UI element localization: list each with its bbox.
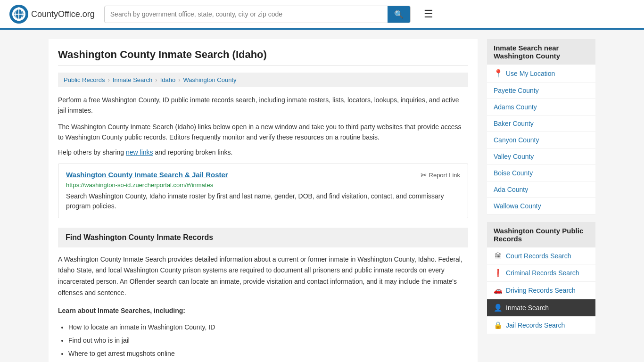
learn-title: Learn about Inmate Searches, including: bbox=[58, 305, 468, 317]
resource-title-link[interactable]: Washington County Inmate Search & Jail R… bbox=[66, 171, 228, 179]
bullet-item: How to locate an inmate in Washington Co… bbox=[68, 321, 468, 334]
bullet-item: How to call, visit, and send money to in… bbox=[68, 360, 468, 362]
logo-icon bbox=[9, 5, 28, 24]
sidebar-public-records-link[interactable]: 🚗Driving Records Search bbox=[487, 282, 595, 299]
logo-text: CountyOffice.org bbox=[31, 9, 95, 19]
report-link-button[interactable]: ✂ Report Link bbox=[421, 171, 460, 180]
new-links-link[interactable]: new links bbox=[126, 148, 153, 156]
sidebar-link-label: Jail Records Search bbox=[506, 321, 565, 329]
sidebar-nearby-county[interactable]: Adams County bbox=[487, 99, 595, 115]
sidebar-public-records-link[interactable]: ❗Criminal Records Search bbox=[487, 264, 595, 282]
logo-suffix: .org bbox=[80, 9, 95, 19]
find-records-paragraph: A Washington County Inmate Search provid… bbox=[58, 254, 468, 299]
sidebar-nearby-county[interactable]: Boise County bbox=[487, 165, 595, 181]
intro-paragraph-1: Perform a free Washington County, ID pub… bbox=[58, 95, 468, 116]
sharing-line: Help others by sharing new links and rep… bbox=[58, 148, 468, 156]
sidebar-link-icon: 🏛 bbox=[494, 252, 502, 260]
sidebar-link-label: Inmate Search bbox=[506, 304, 549, 312]
sidebar-nearby-county[interactable]: Valley County bbox=[487, 148, 595, 165]
sidebar-public-records-link[interactable]: 🔒Jail Records Search bbox=[487, 317, 595, 334]
search-bar-container: 🔍 bbox=[104, 6, 411, 23]
sidebar-public-records-section: Washington County Public Records 🏛Court … bbox=[487, 222, 595, 334]
sharing-prefix: Help others by sharing bbox=[58, 148, 126, 156]
sidebar-link-icon: ❗ bbox=[494, 269, 502, 277]
logo-brand: CountyOffice bbox=[31, 9, 80, 19]
breadcrumb-inmate-search[interactable]: Inmate Search bbox=[113, 76, 153, 83]
sidebar-nearby-county[interactable]: Wallowa County bbox=[487, 198, 595, 214]
public-records-links-list: 🏛Court Records Search❗Criminal Records S… bbox=[487, 247, 595, 334]
sidebar-link-icon: 🔒 bbox=[494, 321, 502, 329]
intro-paragraph-2: The Washington County Inmate Search (Ida… bbox=[58, 122, 468, 143]
sidebar-link-icon: 👤 bbox=[494, 304, 502, 312]
sidebar-nearby-county[interactable]: Baker County bbox=[487, 115, 595, 132]
bullet-item: Where to get arrest mugshots online bbox=[68, 347, 468, 360]
page-title: Washington County Inmate Search (Idaho) bbox=[58, 49, 468, 66]
breadcrumb-public-records[interactable]: Public Records bbox=[64, 76, 105, 83]
sidebar: Inmate Search near Washington County 📍 U… bbox=[487, 39, 595, 362]
resource-card: Washington County Inmate Search & Jail R… bbox=[58, 164, 468, 218]
resource-url[interactable]: https://washington-so-id.zuercherportal.… bbox=[66, 181, 460, 189]
sharing-suffix: and reporting broken links. bbox=[153, 148, 233, 156]
breadcrumb-sep1: › bbox=[107, 76, 109, 83]
sidebar-public-records-header: Washington County Public Records bbox=[487, 222, 595, 247]
sidebar-nearby-county[interactable]: Canyon County bbox=[487, 132, 595, 148]
logo[interactable]: CountyOffice.org bbox=[9, 5, 95, 24]
sidebar-link-icon: 🚗 bbox=[494, 286, 502, 295]
bullet-item: Find out who is in jail bbox=[68, 334, 468, 347]
breadcrumb-sep2: › bbox=[155, 76, 157, 83]
breadcrumb: Public Records › Inmate Search › Idaho ›… bbox=[58, 73, 468, 87]
search-button[interactable]: 🔍 bbox=[388, 6, 410, 23]
use-location-link[interactable]: 📍 Use My Location bbox=[487, 65, 595, 82]
breadcrumb-sep3: › bbox=[178, 76, 180, 83]
resource-header: Washington County Inmate Search & Jail R… bbox=[66, 171, 460, 181]
find-records-section: Find Washington County Inmate Records bbox=[58, 228, 468, 247]
use-location-label: Use My Location bbox=[506, 70, 555, 77]
sidebar-link-label: Criminal Records Search bbox=[506, 269, 579, 277]
report-link-label: Report Link bbox=[429, 172, 460, 179]
sidebar-nearby-county[interactable]: Payette County bbox=[487, 82, 595, 99]
nearby-counties-list: Payette CountyAdams CountyBaker CountyCa… bbox=[487, 82, 595, 214]
sidebar-nearby-header: Inmate Search near Washington County bbox=[487, 39, 595, 65]
hamburger-button[interactable]: ☰ bbox=[420, 6, 437, 22]
search-input[interactable] bbox=[105, 7, 388, 22]
resource-description: Search Washington County, Idaho inmate r… bbox=[66, 191, 460, 211]
location-icon: 📍 bbox=[494, 69, 503, 78]
report-icon: ✂ bbox=[421, 171, 427, 180]
sidebar-public-records-link[interactable]: 🏛Court Records Search bbox=[487, 247, 595, 264]
find-records-title: Find Washington County Inmate Records bbox=[66, 233, 461, 242]
main-content: Washington County Inmate Search (Idaho) … bbox=[49, 39, 478, 362]
sidebar-public-records-link[interactable]: 👤Inmate Search bbox=[487, 299, 595, 317]
sidebar-nearby-county[interactable]: Ada County bbox=[487, 181, 595, 198]
sidebar-nearby-section: Inmate Search near Washington County 📍 U… bbox=[487, 39, 595, 214]
sidebar-link-label: Court Records Search bbox=[506, 252, 571, 260]
breadcrumb-idaho[interactable]: Idaho bbox=[160, 76, 176, 83]
find-records-body: A Washington County Inmate Search provid… bbox=[58, 254, 468, 362]
sidebar-link-label: Driving Records Search bbox=[506, 287, 576, 294]
breadcrumb-washington-county[interactable]: Washington County bbox=[183, 76, 237, 83]
bullet-list: How to locate an inmate in Washington Co… bbox=[58, 321, 468, 362]
